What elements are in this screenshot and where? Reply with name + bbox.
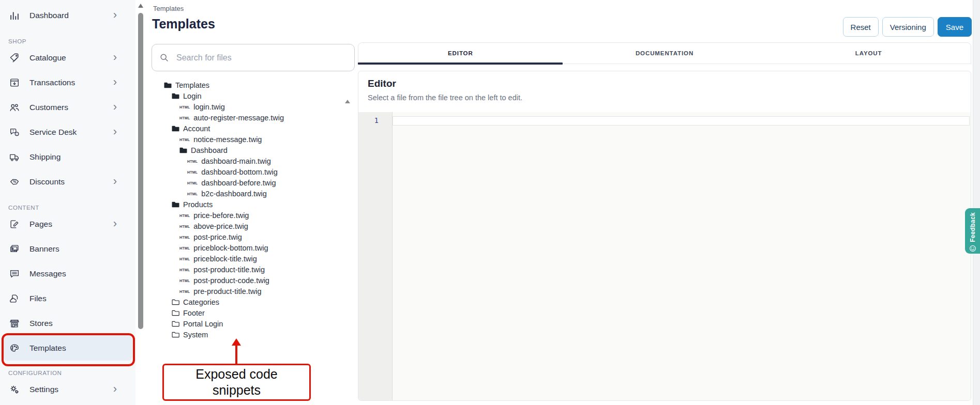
tree-file-post-price-twig[interactable]: HTMLpost-price.twig — [152, 231, 351, 242]
sidebar-item-label: Templates — [29, 344, 117, 353]
svg-text:?: ? — [12, 129, 14, 133]
tree-item-label: Login — [183, 92, 201, 100]
sidebar-item-files[interactable]: Files — [3, 286, 132, 311]
sidebar-item-templates[interactable]: Templates — [3, 336, 132, 361]
tree-folder-login[interactable]: Login — [152, 90, 351, 101]
chevron-right-icon: › — [113, 76, 117, 88]
tree-file-dashboard-before-twig[interactable]: HTMLdashboard-before.twig — [152, 177, 351, 188]
sidebar-item-dashboard[interactable]: Dashboard › — [3, 3, 132, 28]
sidebar-item-label: Stores — [29, 319, 117, 328]
save-button[interactable]: Save — [938, 17, 972, 37]
banners-icon — [8, 243, 21, 255]
sidebar-item-stores[interactable]: Stores — [3, 311, 132, 336]
tree-file-price-before-twig[interactable]: HTMLprice-before.twig — [152, 210, 351, 221]
versioning-button[interactable]: Versioning — [882, 17, 934, 37]
sidebar-item-transactions[interactable]: Transactions › — [3, 70, 132, 95]
sidebar-item-pages[interactable]: Pages › — [3, 212, 132, 237]
tree-file-dashboard-bottom-twig[interactable]: HTMLdashboard-bottom.twig — [152, 166, 351, 177]
settings-icon — [8, 383, 21, 396]
tree-file-notice-message-twig[interactable]: HTMLnotice-message.twig — [152, 134, 351, 145]
tree-item-label: above-price.twig — [193, 222, 248, 230]
page-scrollbar-track[interactable] — [973, 0, 980, 405]
folder-open-icon — [172, 125, 179, 132]
scroll-up-arrow-icon[interactable] — [138, 4, 143, 8]
code-content[interactable] — [393, 112, 971, 400]
chevron-right-icon: › — [113, 101, 117, 113]
chevron-right-icon: › — [113, 126, 117, 137]
sidebar-item-customers[interactable]: Customers › — [3, 95, 132, 120]
tab-layout[interactable]: LAYOUT — [766, 43, 971, 64]
sidebar-item-label: Dashboard — [29, 11, 104, 20]
svg-text:!: ! — [17, 133, 18, 136]
tree-item-label: post-price.twig — [193, 233, 242, 241]
tree-file-pre-product-title-twig[interactable]: HTMLpre-product-title.twig — [152, 286, 351, 297]
scrollbar-thumb[interactable] — [138, 13, 143, 329]
sidebar-item-settings[interactable]: Settings › — [3, 377, 132, 402]
tree-file-b2c-dashboard-twig[interactable]: HTMLb2c-dashboard.twig — [152, 188, 351, 199]
templates-icon — [8, 342, 21, 354]
breadcrumb[interactable]: Templates — [153, 5, 184, 12]
sidebar-scrollbar[interactable] — [137, 0, 145, 341]
html-file-icon: HTML — [179, 214, 190, 217]
dashboard-icon — [8, 9, 21, 22]
tree-file-login-twig[interactable]: HTMLlogin.twig — [152, 101, 351, 112]
tree-folder-templates[interactable]: Templates — [152, 80, 351, 90]
tab-documentation[interactable]: DOCUMENTATION — [563, 43, 767, 64]
folder-closed-icon — [172, 320, 179, 328]
customers-icon — [8, 101, 21, 114]
tab-editor[interactable]: EDITOR — [358, 43, 563, 64]
sidebar-item-service-desk[interactable]: ?! Service Desk › — [3, 120, 132, 145]
sidebar-item-discounts[interactable]: % Discounts › — [3, 169, 132, 194]
app-root: Dashboard › SHOP Catalogue › Transaction… — [0, 0, 980, 405]
tree-folder-categories[interactable]: Categories — [152, 297, 351, 307]
reset-button[interactable]: Reset — [843, 17, 879, 37]
tree-folder-dashboard[interactable]: Dashboard — [152, 145, 351, 155]
tree-folder-system[interactable]: System — [152, 329, 351, 340]
sidebar-item-label: Catalogue — [29, 53, 104, 63]
tree-file-dashboard-main-twig[interactable]: HTMLdashboard-main.twig — [152, 155, 351, 166]
tree-file-above-price-twig[interactable]: HTMLabove-price.twig — [152, 221, 351, 231]
tree-folder-portal-login[interactable]: Portal Login — [152, 318, 351, 329]
html-file-icon: HTML — [179, 268, 190, 272]
annotation-arrow-shaft — [235, 345, 237, 364]
tree-item-label: price-before.twig — [193, 211, 249, 220]
chevron-right-icon: › — [113, 383, 117, 395]
shipping-icon — [8, 151, 21, 163]
sidebar-item-label: Settings — [29, 385, 104, 394]
sidebar-item-shipping[interactable]: Shipping — [3, 145, 132, 169]
html-file-icon: HTML — [187, 181, 198, 185]
feedback-tab[interactable]: Feedback — [965, 208, 980, 254]
tree-file-post-product-title-twig[interactable]: HTMLpost-product-title.twig — [152, 264, 351, 275]
search-input[interactable] — [175, 53, 347, 63]
chevron-right-icon: › — [113, 218, 117, 229]
sidebar-item-label: Transactions — [29, 78, 104, 87]
header-buttons: Reset Versioning Save — [843, 17, 972, 37]
folder-open-icon — [179, 147, 187, 154]
active-tab-underline — [358, 63, 563, 65]
discounts-icon: % — [8, 176, 21, 188]
code-editor[interactable]: 1 — [358, 112, 971, 400]
html-file-icon: HTML — [179, 138, 190, 142]
html-file-icon: HTML — [187, 170, 198, 174]
sidebar-item-catalogue[interactable]: Catalogue › — [3, 45, 132, 70]
tree-folder-footer[interactable]: Footer — [152, 307, 351, 318]
html-file-icon: HTML — [179, 279, 190, 283]
sidebar: Dashboard › SHOP Catalogue › Transaction… — [0, 0, 135, 405]
sidebar-item-messages[interactable]: Messages — [3, 261, 132, 286]
editor-heading: Editor — [368, 78, 396, 89]
tree-item-label: login.twig — [193, 103, 224, 111]
tree-file-auto-register-message-twig[interactable]: HTMLauto-register-message.twig — [152, 112, 351, 123]
tree-item-label: auto-register-message.twig — [193, 114, 284, 122]
sidebar-item-label: Messages — [29, 269, 117, 278]
tree-file-priceblock-title-twig[interactable]: HTMLpriceblock-title.twig — [152, 253, 351, 264]
tree-folder-account[interactable]: Account — [152, 123, 351, 134]
tree-folder-products[interactable]: Products — [152, 199, 351, 210]
active-line[interactable] — [393, 116, 970, 126]
tree-item-label: dashboard-main.twig — [201, 157, 271, 165]
sidebar-item-banners[interactable]: Banners — [3, 237, 132, 261]
folder-closed-icon — [172, 299, 179, 306]
tree-file-priceblock-bottom-twig[interactable]: HTMLpriceblock-bottom.twig — [152, 242, 351, 253]
tree-file-post-product-code-twig[interactable]: HTMLpost-product-code.twig — [152, 275, 351, 286]
tree-scroll-up-arrow-icon[interactable] — [345, 100, 350, 103]
file-tree: Templates Login HTMLlogin.twig HTMLauto-… — [152, 80, 351, 340]
